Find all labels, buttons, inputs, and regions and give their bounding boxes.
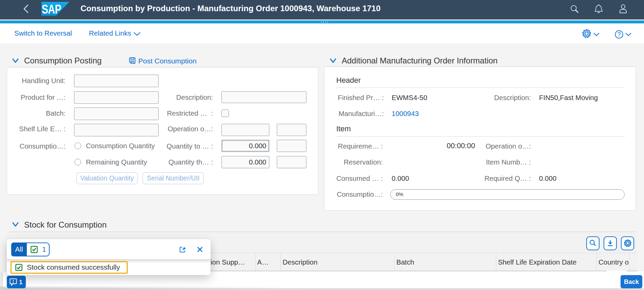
svg-text:SAP: SAP <box>42 2 61 16</box>
svg-text:?: ? <box>617 31 621 38</box>
